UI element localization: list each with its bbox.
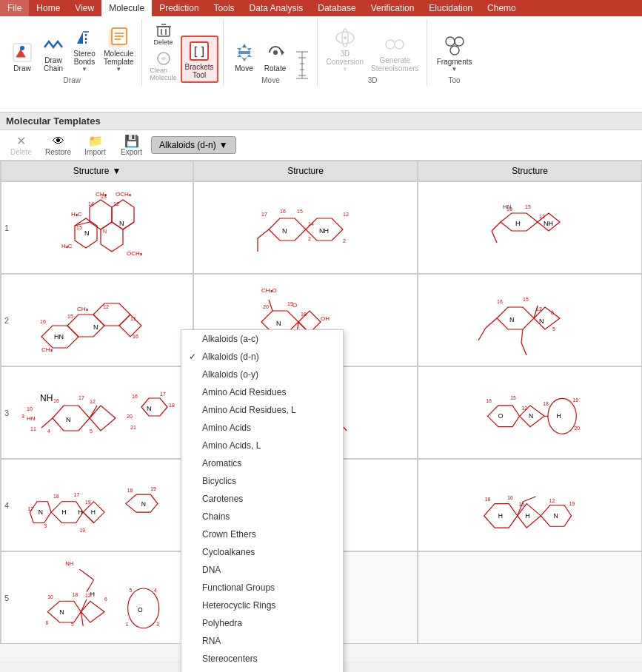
table-row[interactable]: N NH 17 16 15 14 2 12 2 <box>193 181 418 274</box>
import-action-button[interactable]: 📁 Import <box>78 132 112 158</box>
svg-marker-18 <box>281 50 284 56</box>
rotate-button[interactable]: Rotate <box>261 38 290 75</box>
svg-text:N: N <box>539 317 544 325</box>
svg-line-200 <box>523 497 535 502</box>
svg-text:H: H <box>78 508 83 516</box>
dropdown-item-functional-groups[interactable]: Functional Groups <box>181 579 343 597</box>
table-row[interactable] <box>418 551 642 644</box>
menu-verification[interactable]: Verification <box>364 0 422 16</box>
dropdown-item-chains[interactable]: Chains <box>181 508 343 525</box>
menu-prediction[interactable]: Prediction <box>152 0 206 16</box>
menu-home[interactable]: Home <box>29 0 67 16</box>
ribbon: Draw DrawChain <box>0 16 642 112</box>
svg-text:16: 16 <box>280 209 286 214</box>
fragments-label: Fragments <box>437 58 472 66</box>
category-dropdown-menu: Alkaloids (a-c) Alkaloids (d-n) Alkaloid… <box>181 329 344 672</box>
table-row[interactable]: 5 NH H N <box>1 551 193 644</box>
dropdown-item-bicyclics[interactable]: Bicyclics <box>181 472 343 490</box>
dropdown-item-amino-acid-residues-l[interactable]: Amino Acid Residues, L <box>181 401 343 419</box>
sort-icon[interactable]: ▼ <box>112 166 121 176</box>
draw-chain-button[interactable]: DrawChain <box>39 30 68 75</box>
table-row[interactable]: H H N 18 16 15 12 19 <box>418 459 642 551</box>
draw-chain-icon <box>41 33 65 56</box>
svg-text:12: 12 <box>103 304 109 309</box>
draw-button[interactable]: Draw <box>7 38 37 75</box>
dropdown-item-carotenes[interactable]: Carotenes <box>181 490 343 508</box>
menu-elucidation[interactable]: Elucidation <box>421 0 480 16</box>
dropdown-item-alkaloids-ac[interactable]: Alkaloids (a-c) <box>181 330 343 348</box>
col-2-title: Structure <box>287 166 324 176</box>
clean-molecule-icon <box>156 50 172 67</box>
table-row[interactable]: 3 NH HN N 16 17 10 11 <box>1 366 193 459</box>
3d-conversion-button[interactable]: 3DConversion ▼ <box>324 24 367 75</box>
dropdown-item-cycloalkanes[interactable]: Cycloalkanes <box>181 543 343 561</box>
draw-group-label: Draw <box>64 76 81 86</box>
menu-data-analysis[interactable]: Data Analysis <box>242 0 311 16</box>
dropdown-item-alkaloids-dn[interactable]: Alkaloids (d-n) <box>181 348 343 366</box>
export-action-button[interactable]: 💾 Export <box>115 132 148 158</box>
svg-text:1: 1 <box>126 622 129 627</box>
menu-molecule[interactable]: Molecule <box>101 0 152 16</box>
delete-action-button[interactable]: ✕ Delete <box>4 132 38 158</box>
svg-text:N: N <box>103 229 107 234</box>
table-row[interactable]: O N H 16 15 12 18 19 20 <box>418 366 642 459</box>
dropdown-item-amino-acids-l[interactable]: Amino Acids, L <box>181 437 343 454</box>
svg-text:O: O <box>498 412 503 420</box>
dropdown-item-heterocyclic-rings[interactable]: Heterocyclic Rings <box>181 597 343 614</box>
menu-file[interactable]: File <box>0 0 29 16</box>
svg-text:14: 14 <box>308 221 314 226</box>
stereo-bonds-button[interactable]: StereoBonds ▼ <box>70 24 99 75</box>
svg-text:N: N <box>141 500 146 508</box>
svg-line-70 <box>492 231 497 243</box>
svg-text:H: H <box>62 508 67 516</box>
dropdown-item-rna[interactable]: RNA <box>181 632 343 650</box>
svg-line-105 <box>478 328 486 340</box>
svg-text:O: O <box>292 302 297 309</box>
brackets-tool-button[interactable]: [] BracketsTool <box>181 36 218 83</box>
scale-button[interactable] <box>292 56 312 75</box>
svg-line-118 <box>41 418 53 428</box>
main-content: Structure ▼ Structure Structure 1 <box>0 161 642 661</box>
menu-chemo[interactable]: Chemo <box>480 0 524 16</box>
table-row[interactable]: N N 16 15 12 8 5 <box>418 274 642 366</box>
clean-molecule-button[interactable]: CleanMolecule <box>148 49 179 83</box>
dropdown-item-stereocenters[interactable]: Stereocenters <box>181 650 343 668</box>
menu-tools[interactable]: Tools <box>207 0 242 16</box>
svg-text:3: 3 <box>156 622 159 627</box>
dropdown-item-alkaloids-oy[interactable]: Alkaloids (o-y) <box>181 366 343 383</box>
table-row[interactable]: 4 H H H N 18 17 19 <box>1 459 193 551</box>
svg-text:12: 12 <box>343 212 349 217</box>
dropdown-item-steroids[interactable]: Steroids <box>181 668 343 672</box>
restore-action-button[interactable]: 👁 Restore <box>41 132 76 158</box>
svg-text:CH₃: CH₃ <box>41 346 53 353</box>
svg-point-34 <box>455 37 464 46</box>
molecule-template-button[interactable]: MoleculeTemplate ▼ <box>101 24 137 75</box>
dropdown-item-crown-ethers[interactable]: Crown Ethers <box>181 525 343 543</box>
table-row[interactable]: H NH HN 18 15 12 <box>418 181 642 274</box>
table-row[interactable]: 1 CH₃ OCH₃ H₃C OCH₃ <box>1 181 193 274</box>
brackets-tool-icon: [] <box>187 39 211 63</box>
menu-database[interactable]: Database <box>310 0 363 16</box>
fragments-button[interactable]: Fragments ▼ <box>434 32 475 75</box>
fragments-icon <box>443 34 467 58</box>
svg-text:NH: NH <box>319 227 329 235</box>
dropdown-item-amino-acids[interactable]: Amino Acids <box>181 419 343 437</box>
category-dropdown[interactable]: Alkaloids (d-n) ▼ <box>151 136 236 154</box>
menu-bar: File Home View Molecule Prediction Tools… <box>0 0 642 16</box>
generate-stereoisomers-button[interactable]: GenerateStereoisomers <box>368 30 421 75</box>
svg-text:12: 12 <box>521 406 527 411</box>
dropdown-item-aromatics[interactable]: Aromatics <box>181 454 343 472</box>
dropdown-item-amino-acid-residues[interactable]: Amino Acid Residues <box>181 383 343 401</box>
move-button[interactable]: Move <box>230 38 259 75</box>
svg-marker-102 <box>497 307 534 329</box>
delete-ribbon-button[interactable]: Delete <box>148 21 179 47</box>
menu-view[interactable]: View <box>67 0 101 16</box>
svg-text:16: 16 <box>486 398 492 403</box>
svg-marker-117 <box>90 406 116 431</box>
dropdown-item-polyhedra[interactable]: Polyhedra <box>181 614 343 632</box>
dropdown-arrow-icon: ▼ <box>219 140 228 150</box>
page-title: Molecular Templates <box>6 115 101 127</box>
table-row[interactable]: 2 HN N 16 15 12 11 <box>1 274 193 366</box>
dropdown-item-dna[interactable]: DNA <box>181 561 343 579</box>
3d-conversion-icon <box>333 26 357 50</box>
